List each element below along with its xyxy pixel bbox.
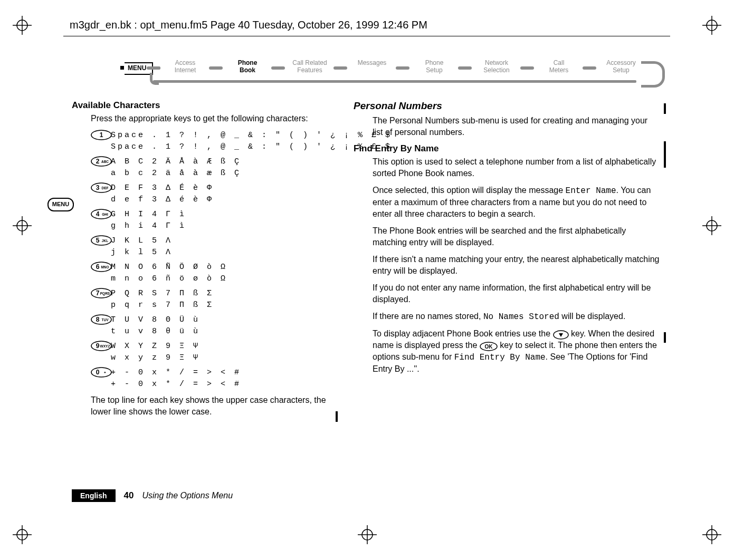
keycap-icon: 9WXYZ	[91, 341, 111, 353]
char-lines: Space . 1 ? ! , @ _ & : " ( ) ' ¿ ¡ % £ …	[111, 130, 392, 153]
paragraph: The Personal Numbers sub-menu is used fo…	[354, 115, 660, 138]
char-lower: t u v 8 θ ü ù	[111, 326, 200, 337]
svg-text:GHI: GHI	[102, 213, 108, 216]
menu-node: Messages	[348, 59, 396, 66]
crop-mark-icon	[13, 525, 32, 544]
menu-connector-icon	[209, 66, 223, 70]
crop-mark-icon	[13, 16, 32, 35]
char-lower: g h i 4 Γ ì	[111, 220, 186, 232]
menu-connector-icon	[520, 66, 534, 70]
down-key-icon	[553, 330, 569, 340]
menu-return-line	[153, 80, 636, 83]
char-lines: G H I 4 Γ ìg h i 4 Γ ì	[111, 209, 186, 232]
char-lines: W X Y Z 9 Ξ Ψw x y z 9 Ξ Ψ	[111, 341, 200, 364]
menu-node: PhoneBook	[224, 59, 271, 74]
svg-text:7: 7	[96, 289, 100, 297]
svg-text:WXYZ: WXYZ	[100, 344, 110, 348]
menu-node-label-top: Call	[535, 59, 583, 66]
svg-text:2: 2	[96, 158, 100, 165]
char-lines: A B C 2 Ä Å à Æ ß Ça b c 2 ä å à æ ß Ç	[111, 156, 241, 179]
keycap-icon: 8TUV	[91, 314, 111, 327]
menu-node-label-bottom: Setup	[597, 66, 645, 74]
lcd-text: Find Entry By Name	[454, 353, 546, 362]
text-run: Once selected, this option will display …	[373, 186, 566, 195]
svg-text:DEF: DEF	[102, 186, 109, 190]
right-column: Personal Numbers The Personal Numbers su…	[354, 100, 660, 380]
svg-text:0: 0	[96, 369, 100, 376]
menu-node-label-bottom: Meters	[535, 66, 583, 74]
char-lower: m n o 6 ñ ö ø ò Ω	[111, 273, 227, 285]
menu-loop-icon	[641, 61, 665, 88]
char-lines: P Q R S 7 Π ß Σp q r s 7 Π ß Σ	[111, 288, 214, 311]
menu-node-label-bottom: Internet	[161, 66, 209, 74]
char-upper: T U V 8 Θ Ü ù	[111, 314, 200, 326]
char-lower: d e f 3 Δ é è Φ	[111, 194, 214, 206]
menu-node: PhoneSetup	[411, 59, 458, 74]
svg-text:5: 5	[96, 237, 100, 244]
menu-connector-icon	[333, 66, 347, 70]
char-lines: M N O 6 Ñ Ö Ø ò Ωm n o 6 ñ ö ø ò Ω	[111, 262, 227, 285]
svg-text:+: +	[104, 371, 106, 374]
char-lower: + - 0 x * / = > < #	[111, 379, 241, 390]
svg-text:3: 3	[96, 184, 100, 191]
char-row: 5JKLJ K L 5 Λj k l 5 Λ	[91, 235, 336, 258]
menu-return-curve	[150, 73, 159, 85]
svg-text:8: 8	[96, 316, 100, 323]
heading-find-entry: Find Entry By Name	[354, 143, 660, 154]
header-rule	[63, 36, 670, 36]
char-lines: D E F 3 Δ É è Φd e f 3 Δ é è Φ	[111, 182, 214, 206]
menu-connector-icon	[271, 66, 285, 70]
menu-connector-icon	[583, 66, 596, 70]
footer-language: English	[72, 489, 116, 502]
keycap-icon: 2ABC	[91, 156, 111, 169]
keycap-icon: 4GHI	[91, 209, 111, 221]
char-lower: a b c 2 ä å à æ ß Ç	[111, 168, 241, 179]
character-table: 1Space . 1 ? ! , @ _ & : " ( ) ' ¿ ¡ % £…	[72, 130, 336, 390]
menu-node-label-top: Messages	[348, 59, 396, 66]
paragraph: To display adjacent Phone Book entries u…	[354, 328, 660, 375]
crop-mark-icon	[702, 16, 721, 35]
left-column: Available Characters Press the appropria…	[72, 100, 336, 423]
text-run: will be displayed.	[559, 312, 625, 321]
char-upper: M N O 6 Ñ Ö Ø ò Ω	[111, 262, 227, 273]
menu-node-label-top: Call Related	[286, 59, 333, 66]
keycap-icon: 7PQRS	[91, 288, 111, 301]
menu-connector-icon	[458, 66, 472, 70]
char-upper: + - 0 x * / = > < #	[111, 367, 241, 379]
keycap-icon: 6MNO	[91, 262, 111, 274]
menu-node: CallMeters	[535, 59, 583, 74]
menu-node-label-top: Phone	[411, 59, 458, 66]
text-run: If there are no names stored,	[373, 312, 483, 321]
menu-connector-icon	[396, 66, 409, 70]
char-upper: W X Y Z 9 Ξ Ψ	[111, 341, 200, 352]
footer: English 40 Using the Options Menu	[72, 489, 233, 502]
char-lower: j k l 5 Λ	[111, 247, 173, 258]
paragraph: Once selected, this option will display …	[354, 185, 660, 220]
svg-marker-51	[559, 333, 563, 337]
menu-connector-icon	[151, 66, 160, 70]
menu-node-label-bottom: Features	[286, 66, 333, 74]
char-upper: Space . 1 ? ! , @ _ & : " ( ) ' ¿ ¡ % £ …	[111, 130, 392, 141]
edit-mark-icon	[664, 141, 666, 168]
char-row: 4GHIG H I 4 Γ ìg h i 4 Γ ì	[91, 209, 336, 232]
svg-point-29	[91, 209, 111, 219]
edit-mark-icon	[664, 103, 666, 114]
char-row: 1Space . 1 ? ! , @ _ & : " ( ) ' ¿ ¡ % £…	[91, 130, 336, 153]
char-lines: J K L 5 Λj k l 5 Λ	[111, 235, 173, 258]
char-lower: w x y z 9 Ξ Ψ	[111, 352, 200, 364]
lcd-text: No Names Stored	[483, 312, 559, 322]
paragraph: If there are no names stored, No Names S…	[354, 311, 660, 323]
footer-page-number: 40	[124, 490, 134, 501]
svg-text:OK: OK	[484, 344, 493, 350]
svg-text:PQRS: PQRS	[100, 292, 110, 296]
char-row: 8TUVT U V 8 Θ Ü ùt u v 8 θ ü ù	[91, 314, 336, 337]
char-row: 0++ - 0 x * / = > < #+ - 0 x * / = > < #	[91, 367, 336, 390]
text-run: To display adjacent Phone Book entries u…	[373, 329, 553, 338]
edit-mark-icon	[336, 411, 338, 422]
menu-node: Call RelatedFeatures	[286, 59, 333, 74]
char-row: 7PQRSP Q R S 7 Π ß Σp q r s 7 Π ß Σ	[91, 288, 336, 311]
crop-mark-icon	[702, 216, 721, 235]
menu-node: AccessorySetup	[597, 59, 645, 74]
menu-node: NetworkSelection	[473, 59, 520, 74]
char-lower: p q r s 7 Π ß Σ	[111, 300, 214, 311]
